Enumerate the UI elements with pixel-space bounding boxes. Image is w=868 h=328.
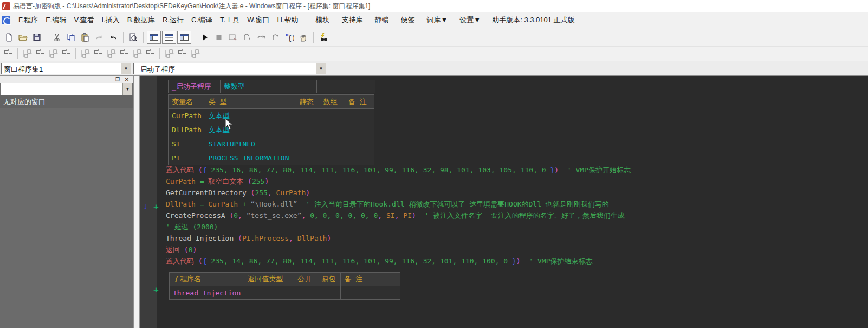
menu-i[interactable]: I.插入 <box>98 14 124 27</box>
empty-cell[interactable] <box>292 80 317 93</box>
menu-v[interactable]: V.查看 <box>70 14 98 27</box>
cut-icon[interactable] <box>50 30 64 44</box>
paste-icon[interactable] <box>78 30 92 44</box>
code-line[interactable]: 返回 (0) <box>166 244 631 255</box>
breakpoint-icon[interactable]: {) <box>282 30 296 44</box>
pause-hand-icon[interactable] <box>296 30 310 44</box>
align-bottom-icon[interactable] <box>60 48 73 60</box>
center-horizontal-icon[interactable] <box>79 48 92 60</box>
variables-table[interactable]: 变量名 类 型 静态 数组 备 注 CurPath 文本型 DllPath 文本… <box>168 94 374 165</box>
align-right-icon[interactable] <box>34 48 47 60</box>
menu-extra[interactable]: 便签 <box>394 14 420 27</box>
fit-height-icon[interactable] <box>176 48 189 60</box>
layout-left-panel-icon[interactable] <box>147 31 161 44</box>
empty-cell[interactable] <box>341 286 400 300</box>
redo-icon[interactable] <box>92 30 106 44</box>
code-line[interactable]: Thread_Injection (PI.hProcess, DllPath) <box>166 233 631 244</box>
menu-extra[interactable]: 静编 <box>368 14 394 27</box>
table-row[interactable]: SI STARTUPINFO <box>169 137 374 151</box>
align-left-icon[interactable] <box>21 48 34 60</box>
code-line[interactable]: 置入代码 ({ 235, 16, 86, 77, 80, 114, 111, 1… <box>166 164 631 176</box>
empty-cell[interactable] <box>345 123 374 137</box>
stop-icon[interactable] <box>212 30 226 44</box>
step-over-icon[interactable] <box>254 30 268 44</box>
empty-cell[interactable] <box>320 151 345 165</box>
copy-icon[interactable] <box>64 30 78 44</box>
menu-extra[interactable]: 支持库 <box>335 14 368 27</box>
empty-cell[interactable] <box>345 137 374 151</box>
menu-extra[interactable]: 词库▼ <box>420 14 454 27</box>
open-file-icon[interactable] <box>16 30 30 44</box>
space-equal-horizontal-icon[interactable] <box>105 48 118 60</box>
subroutine-name-cell[interactable]: _启动子程序 <box>169 80 221 93</box>
panel-splitter[interactable] <box>133 76 140 328</box>
space-equal-vertical-icon[interactable] <box>118 48 131 60</box>
menu-f[interactable]: F.程序 <box>15 14 42 27</box>
code-line[interactable]: 置入代码 ({ 235, 14, 86, 77, 80, 114, 111, 1… <box>166 255 631 267</box>
empty-cell[interactable] <box>296 109 320 123</box>
empty-cell[interactable] <box>345 109 374 123</box>
subroutine-header-table[interactable]: _启动子程序 整数型 <box>168 80 375 93</box>
fit-width-icon[interactable] <box>163 48 176 60</box>
menu-e[interactable]: E.编辑 <box>42 14 70 27</box>
form-grid-icon[interactable] <box>2 48 15 60</box>
table-row[interactable]: _启动子程序 整数型 <box>169 80 375 93</box>
code-line[interactable]: DllPath = CurPath + “\Hook.dll” ' 注入当前目录… <box>166 198 631 210</box>
variable-name-cell[interactable]: CurPath <box>169 109 205 123</box>
code-lines[interactable]: 置入代码 ({ 235, 16, 86, 77, 80, 114, 111, 1… <box>166 164 631 267</box>
subroutines-table[interactable]: 子程序名 返回值类型 公开 易包 备 注 Thread_Injection <box>169 272 400 300</box>
return-type-cell[interactable]: 整数型 <box>221 80 268 93</box>
variable-name-cell[interactable]: PI <box>169 151 205 165</box>
empty-cell[interactable] <box>296 151 320 165</box>
subroutine-name-cell[interactable]: Thread_Injection <box>170 286 244 300</box>
layout-mixed-icon[interactable] <box>177 31 191 44</box>
make-horizontal-equal-icon[interactable] <box>131 48 144 60</box>
layout-split-horizontal-icon[interactable] <box>162 31 176 44</box>
empty-cell[interactable] <box>296 137 320 151</box>
empty-cell[interactable] <box>296 123 320 137</box>
empty-cell[interactable] <box>320 123 345 137</box>
table-row[interactable]: DllPath 文本型 <box>169 123 374 137</box>
variable-type-cell[interactable]: PROCESS_INFORMATION <box>205 151 296 165</box>
undo-icon[interactable] <box>106 30 120 44</box>
variable-name-cell[interactable]: SI <box>169 137 205 151</box>
menu-t[interactable]: T.工具 <box>216 14 243 27</box>
window-combobox[interactable]: ▼ <box>0 83 133 95</box>
minimize-button[interactable]: — <box>852 1 859 9</box>
make-vertical-equal-icon[interactable] <box>144 48 157 60</box>
menu-c[interactable]: C.编译 <box>187 14 216 27</box>
empty-cell[interactable] <box>244 286 294 300</box>
table-row[interactable]: Thread_Injection <box>170 286 400 300</box>
menu-extra[interactable]: 设置▼ <box>454 14 487 27</box>
find-icon[interactable] <box>126 30 140 44</box>
chevron-down-icon[interactable]: ▼ <box>122 83 132 95</box>
table-row[interactable]: CurPath 文本型 <box>169 109 374 123</box>
new-file-icon[interactable] <box>2 30 16 44</box>
code-line[interactable]: ' 延迟 (2000) <box>166 221 631 233</box>
empty-cell[interactable] <box>317 80 375 93</box>
variable-type-cell[interactable]: 文本型 <box>205 109 296 123</box>
menu-b[interactable]: B.数据库 <box>124 14 159 27</box>
variable-type-cell[interactable]: 文本型 <box>205 123 296 137</box>
debug-window-icon[interactable] <box>226 30 240 44</box>
empty-cell[interactable] <box>268 80 292 93</box>
fit-both-icon[interactable] <box>189 48 202 60</box>
menu-h[interactable]: H.帮助 <box>273 14 302 27</box>
code-line[interactable]: CurPath = 取空白文本 (255) <box>166 176 631 187</box>
run-icon[interactable] <box>198 30 212 44</box>
code-line[interactable]: CreateProcessA (0, “test_se.exe”, 0, 0, … <box>166 210 631 221</box>
chevron-down-icon[interactable]: ▼ <box>316 63 326 74</box>
subroutine-combobox[interactable]: _启动子程序 ▼ <box>133 63 326 74</box>
empty-cell[interactable] <box>294 286 318 300</box>
compile-search-icon[interactable] <box>316 30 331 44</box>
step-into-icon[interactable] <box>240 30 254 44</box>
step-out-icon[interactable] <box>268 30 282 44</box>
chevron-down-icon[interactable]: ▼ <box>121 63 131 74</box>
table-row[interactable]: PI PROCESS_INFORMATION <box>169 151 374 165</box>
menu-w[interactable]: W.窗口 <box>243 14 273 27</box>
empty-cell[interactable] <box>345 151 374 165</box>
menu-extra[interactable]: 模块 <box>309 14 335 27</box>
empty-cell[interactable] <box>320 137 345 151</box>
assembly-combobox[interactable]: 窗口程序集1 ▼ <box>1 63 131 74</box>
code-line[interactable]: GetCurrentDirectory (255, CurPath) <box>166 187 631 198</box>
